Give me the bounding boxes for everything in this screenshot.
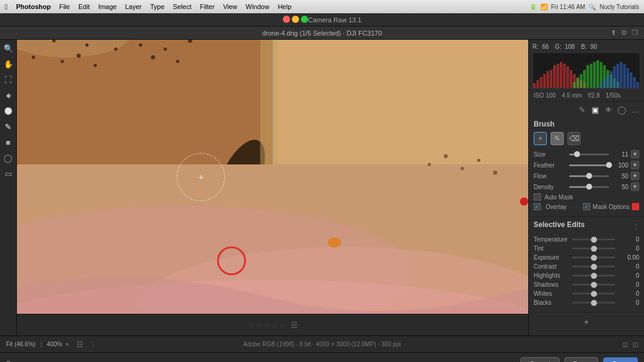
menu-file[interactable]: File: [59, 3, 70, 10]
cancel-button[interactable]: Cancel: [520, 357, 559, 363]
menu-help[interactable]: Help: [278, 3, 292, 10]
menu-view[interactable]: View: [223, 3, 238, 10]
radial-tool[interactable]: ◯: [2, 152, 14, 164]
share-icon[interactable]: ⬆: [611, 29, 616, 37]
svg-rect-61: [566, 66, 569, 88]
panel-adjust-icon[interactable]: ▣: [590, 104, 601, 115]
feather-more-btn[interactable]: ▼: [631, 161, 639, 169]
flow-label: Flow: [534, 173, 567, 179]
star-2[interactable]: ☆: [256, 321, 262, 329]
menu-window[interactable]: Window: [246, 3, 270, 10]
blacks-value: 0: [617, 299, 639, 306]
star-4[interactable]: ☆: [271, 321, 278, 329]
expand-icon[interactable]: ❐: [632, 29, 638, 37]
panel-layer-icon[interactable]: ◯: [616, 104, 627, 115]
svg-point-12: [86, 43, 89, 46]
svg-point-28: [163, 48, 166, 51]
add-brush-btn[interactable]: +: [534, 132, 547, 145]
auto-mask-label: Auto Mask: [545, 194, 573, 201]
whites-row: Whites 0: [534, 290, 639, 297]
flow-more-btn[interactable]: ▼: [631, 172, 639, 180]
compare-view-icon[interactable]: ◫: [633, 341, 638, 348]
temperature-value: 0: [617, 236, 639, 243]
layout-icon-btn[interactable]: ☷: [75, 340, 85, 349]
menu-photoshop[interactable]: Photoshop: [16, 3, 51, 10]
star-3[interactable]: ☆: [264, 321, 270, 329]
search-icon[interactable]: 🔍: [589, 4, 596, 10]
menu-layer[interactable]: Layer: [125, 3, 142, 10]
grid-view-icon[interactable]: ◫: [622, 341, 628, 348]
svg-point-49: [328, 238, 341, 248]
erase-brush-btn[interactable]: ⌫: [567, 132, 581, 145]
window-buttons: [283, 16, 308, 24]
density-track[interactable]: [569, 186, 609, 188]
exposure-track[interactable]: [572, 257, 615, 258]
tint-track[interactable]: [572, 248, 615, 249]
highlights-track[interactable]: [572, 275, 615, 276]
zoom-out-btn[interactable]: −: [581, 331, 593, 335]
temperature-track[interactable]: [572, 239, 615, 240]
menu-image[interactable]: Image: [98, 3, 117, 10]
redeye-tool[interactable]: ⚪: [2, 105, 14, 117]
menu-select[interactable]: Select: [173, 3, 192, 10]
density-label: Density: [534, 184, 567, 190]
open-button[interactable]: Open: [603, 357, 638, 363]
svg-rect-59: [560, 62, 562, 88]
heal-tool[interactable]: ◆: [2, 89, 14, 101]
feather-track[interactable]: [569, 164, 609, 166]
overlay-row: ✓ Overlay ✓ Mask Options: [534, 203, 639, 210]
zoom-dropdown-icon[interactable]: ▼: [65, 342, 70, 348]
apple-logo[interactable]: : [5, 2, 8, 11]
blacks-track[interactable]: [572, 302, 615, 304]
svg-point-14: [114, 48, 117, 51]
contrast-track[interactable]: [572, 266, 615, 267]
star-5[interactable]: ☆: [279, 321, 286, 329]
mask-options-checkbox[interactable]: ✓: [583, 203, 590, 210]
shadows-track[interactable]: [572, 284, 615, 286]
menu-type[interactable]: Type: [150, 3, 165, 10]
filmstrip-menu-icon[interactable]: ☰: [291, 320, 298, 329]
minimize-button[interactable]: [292, 16, 299, 23]
panel-more-icon[interactable]: …: [630, 104, 640, 115]
maximize-button[interactable]: [301, 16, 308, 23]
panel-edit-icon[interactable]: ✎: [576, 104, 587, 115]
auto-mask-checkbox[interactable]: [534, 193, 541, 201]
star-1[interactable]: ☆: [248, 321, 254, 329]
hand-tool[interactable]: ✋: [2, 58, 14, 70]
star-rating[interactable]: ☆ ☆ ☆ ☆ ☆: [248, 321, 286, 329]
highlights-label: Highlights: [534, 272, 570, 279]
zoom-fit-label[interactable]: Fit (46.6%): [6, 341, 36, 348]
crop-tool[interactable]: ⛶: [2, 73, 14, 86]
mask-color-swatch[interactable]: [632, 203, 639, 210]
whites-track[interactable]: [572, 293, 615, 295]
density-more-btn[interactable]: ▼: [631, 183, 639, 191]
panel-eye-icon[interactable]: 👁: [603, 104, 614, 115]
overlay-checkbox[interactable]: ✓: [534, 203, 541, 210]
menu-filter[interactable]: Filter: [200, 3, 214, 10]
brush-tool[interactable]: ✎: [2, 120, 14, 133]
selective-edits-menu[interactable]: ⋮: [633, 223, 639, 231]
photo-canvas[interactable]: [17, 40, 528, 314]
zoom-percent-label[interactable]: 400%: [47, 341, 63, 348]
menu-edit[interactable]: Edit: [78, 3, 90, 10]
size-track[interactable]: [569, 154, 609, 155]
paint-brush-btn[interactable]: ✎: [551, 132, 564, 145]
question-icon[interactable]: ?: [6, 359, 11, 363]
canvas-area[interactable]: ☆ ☆ ☆ ☆ ☆ ☰: [17, 40, 528, 335]
done-button[interactable]: Done: [564, 357, 598, 363]
zoom-in-btn[interactable]: +: [581, 316, 593, 328]
mask-options-btn[interactable]: ✓ Mask Options: [583, 203, 639, 210]
zoom-tool[interactable]: 🔍: [2, 42, 14, 54]
size-more-btn[interactable]: ▼: [631, 150, 639, 158]
shutter-value: 1/50s: [606, 92, 620, 99]
iso-value: ISO 100: [534, 92, 556, 99]
settings-icon[interactable]: ⚙: [621, 29, 627, 37]
selective-edits-section: Selective Edits ⋮ Temperature 0 Tint: [529, 217, 644, 313]
close-button[interactable]: [283, 16, 290, 23]
gradient-tool[interactable]: ▭: [2, 167, 14, 179]
size-slider-row: Size 11 ▼: [534, 150, 639, 158]
feather-slider-row: Feather 100 ▼: [534, 161, 639, 169]
range-mask-tool[interactable]: ■: [2, 136, 14, 148]
flow-track[interactable]: [569, 175, 609, 177]
blacks-label: Blacks: [534, 299, 570, 306]
